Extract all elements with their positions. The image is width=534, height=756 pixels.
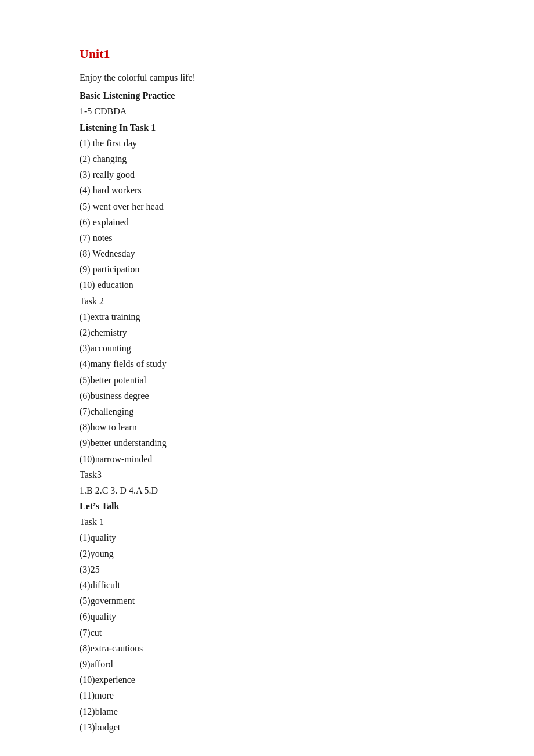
list-item: (6)business degree — [80, 388, 454, 404]
list-item: (7)challenging — [80, 404, 454, 419]
list-item: (2) changing — [80, 151, 454, 167]
list-item: (4)difficult — [80, 577, 454, 593]
list-item: (10)experience — [80, 672, 454, 687]
list-item: (1)quality — [80, 530, 454, 545]
lets-talk-list: (1)quality(2)young(3)25(4)difficult(5)go… — [80, 530, 454, 735]
list-item: (1) the first day — [80, 135, 454, 151]
list-item: (8)extra-cautious — [80, 640, 454, 656]
list-item: (7)cut — [80, 625, 454, 640]
task3-answers: 1.B 2.C 3. D 4.A 5.D — [80, 483, 454, 498]
list-item: (7) notes — [80, 230, 454, 246]
list-item: (5)government — [80, 593, 454, 609]
list-item: (2)young — [80, 546, 454, 561]
list-item: (4)many fields of study — [80, 356, 454, 372]
list-item: (4) hard workers — [80, 182, 454, 198]
list-item: (6) explained — [80, 214, 454, 230]
list-item: (8) Wednesday — [80, 246, 454, 261]
lets-talk-label: Let’s Talk — [80, 498, 454, 514]
list-item: (2)chemistry — [80, 325, 454, 340]
list-item: (12)blame — [80, 704, 454, 719]
unit-title: Unit1 — [80, 46, 454, 62]
list-item: (3) really good — [80, 167, 454, 182]
lets-talk-task1-label: Task 1 — [80, 514, 454, 530]
list-item: (9) participation — [80, 261, 454, 277]
intro-text: Enjoy the colorful campus life! — [80, 70, 454, 85]
list-item: (9)afford — [80, 656, 454, 672]
list-item: (10) education — [80, 277, 454, 293]
list-item: (13)budget — [80, 719, 454, 735]
task3-label: Task3 — [80, 467, 454, 483]
listening-in-task1-list: (1) the first day(2) changing(3) really … — [80, 135, 454, 293]
list-item: (9)better understanding — [80, 435, 454, 451]
list-item: (11)more — [80, 687, 454, 703]
list-item: (8)how to learn — [80, 419, 454, 435]
task2-list: (1)extra training(2)chemistry(3)accounti… — [80, 309, 454, 467]
basic-listening-label: Basic Listening Practice — [80, 88, 454, 103]
list-item: (1)extra training — [80, 309, 454, 325]
task2-label: Task 2 — [80, 293, 454, 309]
list-item: (5)better potential — [80, 372, 454, 388]
list-item: (3)accounting — [80, 340, 454, 356]
list-item: (3)25 — [80, 561, 454, 577]
basic-listening-answers: 1-5 CDBDA — [80, 103, 454, 119]
listening-in-task1-label: Listening In Task 1 — [80, 120, 454, 135]
list-item: (6)quality — [80, 609, 454, 624]
list-item: (10)narrow-minded — [80, 451, 454, 467]
list-item: (5) went over her head — [80, 199, 454, 214]
